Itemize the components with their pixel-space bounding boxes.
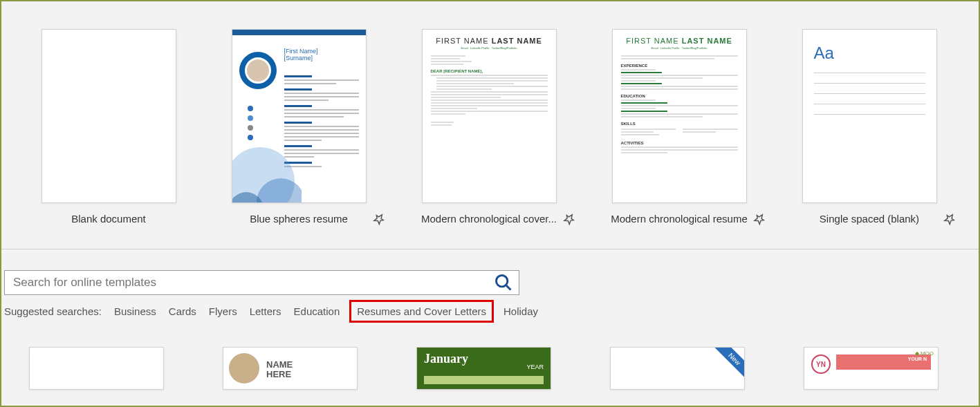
bottom-template-2[interactable]: NAMEHERE [223, 347, 358, 390]
bottom-template-1[interactable] [29, 347, 164, 390]
thumb-lname: LAST NAME [492, 37, 542, 45]
pin-icon[interactable] [943, 213, 956, 225]
template-gallery-row: Blank document [First Name][Surname] Blu… [1, 1, 979, 238]
thumb-greeting: DEAR [RECIPIENT NAME], [431, 69, 548, 73]
pin-icon[interactable] [563, 213, 575, 225]
avatar-icon [245, 57, 271, 84]
thumb-last-name: [Surname] [284, 55, 313, 61]
search-box [4, 270, 519, 295]
suggested-searches: Suggested searches: Business Cards Flyer… [4, 303, 976, 319]
suggested-link-flyers[interactable]: Flyers [209, 305, 237, 317]
thumb-section: EXPERIENCE [621, 64, 738, 68]
thumb-lname: LAST NAME [682, 37, 732, 45]
pin-icon[interactable] [373, 213, 385, 225]
aa-icon: Aa [814, 44, 925, 63]
suggested-link-cards[interactable]: Cards [169, 305, 196, 317]
thumb-section: EDUCATION [621, 94, 738, 98]
template-card-blank: Blank document [29, 29, 188, 225]
suggested-link-education[interactable]: Education [294, 305, 340, 317]
template-card-blue-spheres: [First Name][Surname] Blue spheres resum… [219, 29, 378, 225]
search-section: Suggested searches: Business Cards Flyer… [1, 249, 979, 326]
bottom-name: NAMEHERE [266, 360, 293, 384]
thumb-first-name: [First Name] [284, 48, 318, 55]
template-card-cover-letter: FIRST NAME LAST NAME Email · LinkedIn Pr… [409, 29, 568, 225]
suggested-link-resumes[interactable]: Resumes and Cover Letters [349, 300, 494, 323]
template-thumb-chrono-resume[interactable]: FIRST NAME LAST NAME Email · LinkedIn Pr… [612, 29, 747, 203]
search-input[interactable] [13, 276, 494, 290]
template-title: Modern chronological cover... [421, 213, 557, 225]
template-card-single-spaced: Aa Single spaced (blank) [790, 29, 949, 225]
template-thumb-blue-spheres[interactable]: [First Name][Surname] [232, 29, 367, 203]
template-thumb-single-spaced[interactable]: Aa [802, 29, 937, 203]
template-thumb-cover-letter[interactable]: FIRST NAME LAST NAME Email · LinkedIn Pr… [422, 29, 557, 203]
template-title: Blue spheres resume [250, 213, 348, 225]
suggested-label: Suggested searches: [4, 305, 102, 317]
svg-line-4 [506, 285, 511, 290]
bottom-template-5[interactable]: ◆ MOO YN YOUR N [804, 347, 939, 390]
thumb-section: SKILLS [621, 122, 738, 126]
thumb-fname: FIRST NAME [626, 37, 678, 45]
template-title: Modern chronological resume [611, 213, 748, 225]
moo-logo: ◆ MOO [915, 350, 934, 357]
thumb-fname: FIRST NAME [436, 37, 488, 45]
name-bar: YOUR N [836, 354, 931, 370]
avatar-icon [229, 353, 259, 384]
search-icon[interactable] [494, 273, 513, 292]
bottom-template-row: NAMEHERE January YEAR New ◆ MOO YN YOUR … [1, 326, 979, 390]
new-ribbon: New [714, 347, 745, 379]
pin-icon[interactable] [753, 213, 766, 225]
suggested-link-letters[interactable]: Letters [250, 305, 281, 317]
svg-point-3 [497, 276, 508, 287]
suggested-link-holiday[interactable]: Holiday [503, 305, 538, 317]
bottom-template-3[interactable]: January YEAR [416, 347, 551, 390]
template-thumb-blank[interactable] [41, 29, 176, 203]
initials-circle: YN [811, 354, 831, 374]
template-title: Blank document [71, 213, 146, 225]
bottom-template-4[interactable]: New [610, 347, 745, 390]
thumb-section: ACTIVITIES [621, 141, 738, 145]
template-card-chrono-resume: FIRST NAME LAST NAME Email · LinkedIn Pr… [600, 29, 759, 225]
template-title: Single spaced (blank) [820, 213, 919, 225]
suggested-link-business[interactable]: Business [114, 305, 156, 317]
